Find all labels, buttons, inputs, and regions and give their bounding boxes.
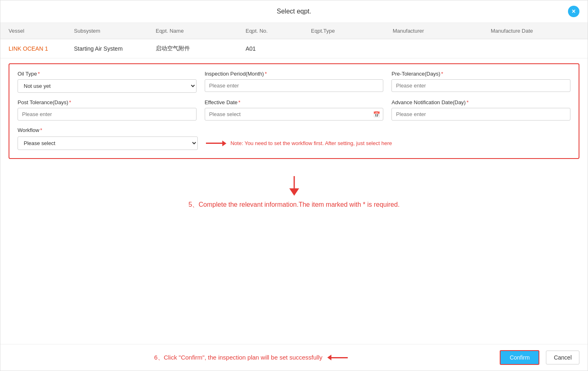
post-tolerance-input[interactable] bbox=[18, 108, 197, 121]
modal-title: Select eqpt. bbox=[277, 8, 311, 15]
oil-type-label: Oil Type* bbox=[18, 71, 197, 77]
pre-tolerance-label: Pre-Tolerance(Days)* bbox=[391, 71, 570, 77]
effective-date-label: Effective Date* bbox=[205, 99, 384, 105]
footer-arrow-left-icon bbox=[327, 355, 348, 360]
advance-notification-label: Advance Notification Date(Day)* bbox=[391, 99, 570, 105]
arrow-right-icon bbox=[206, 141, 226, 146]
col-eqpt-no: Eqpt. No. bbox=[246, 27, 311, 35]
cell-eqpt-name: 启动空气附件 bbox=[156, 45, 246, 52]
inspection-period-input[interactable] bbox=[205, 79, 384, 92]
workflow-select[interactable]: Please select bbox=[18, 136, 198, 150]
cell-vessel: LINK OCEAN 1 bbox=[9, 45, 74, 52]
confirm-button[interactable]: Confirm bbox=[500, 350, 539, 365]
down-arrow-icon bbox=[286, 176, 302, 197]
col-manufacture-date: Manufacture Date bbox=[491, 27, 579, 35]
workflow-select-wrap: Please select bbox=[18, 136, 198, 150]
effective-date-input[interactable] bbox=[205, 108, 384, 121]
post-tolerance-group: Post Tolerance(Days)* bbox=[18, 99, 197, 121]
col-eqpt-name: Eqpt. Name bbox=[156, 27, 246, 35]
workflow-label-group: Workflow* bbox=[18, 127, 570, 133]
footer: 6、Click "Confirm", the inspection plan w… bbox=[0, 344, 588, 371]
form-row-1: Oil Type* Not use yet Inspection Period(… bbox=[18, 71, 570, 93]
cancel-button[interactable]: Cancel bbox=[546, 351, 579, 364]
form-row-2: Post Tolerance(Days)* Effective Date* 📅 … bbox=[18, 99, 570, 121]
oil-type-select[interactable]: Not use yet bbox=[18, 79, 197, 93]
close-button[interactable]: × bbox=[568, 6, 579, 17]
workflow-row: Workflow* Please select Note: You need t… bbox=[18, 127, 570, 150]
workflow-input-row: Please select Note: You need to set the … bbox=[18, 136, 570, 150]
col-subsystem: Subsystem bbox=[74, 27, 156, 35]
workflow-note: Note: You need to set the workflow first… bbox=[206, 140, 392, 146]
workflow-label: Workflow* bbox=[18, 127, 570, 133]
inspection-period-group: Inspection Period(Month)* bbox=[205, 71, 384, 93]
post-tolerance-label: Post Tolerance(Days)* bbox=[18, 99, 197, 105]
cell-eqpt-no: A01 bbox=[246, 45, 311, 52]
pre-tolerance-input[interactable] bbox=[391, 79, 570, 92]
advance-notification-input[interactable] bbox=[391, 108, 570, 121]
instruction-section: 5、Complete the relevant information.The … bbox=[0, 164, 588, 217]
cell-subsystem: Starting Air System bbox=[74, 45, 156, 52]
footer-text: 6、Click "Confirm", the inspection plan w… bbox=[9, 354, 493, 362]
col-manufacturer: Manufacturer bbox=[393, 27, 491, 35]
modal-header: Select eqpt. × bbox=[0, 0, 588, 23]
table-header: Vessel Subsystem Eqpt. Name Eqpt. No. Eq… bbox=[0, 23, 588, 39]
svg-marker-1 bbox=[289, 188, 299, 196]
modal-container: Select eqpt. × Vessel Subsystem Eqpt. Na… bbox=[0, 0, 588, 371]
col-vessel: Vessel bbox=[9, 27, 74, 35]
vessel-link[interactable]: LINK OCEAN 1 bbox=[9, 45, 48, 52]
effective-date-wrap: 📅 bbox=[205, 108, 384, 121]
effective-date-group: Effective Date* 📅 bbox=[205, 99, 384, 121]
oil-type-group: Oil Type* Not use yet bbox=[18, 71, 197, 93]
inspection-period-label: Inspection Period(Month)* bbox=[205, 71, 384, 77]
step6-text: 6、Click "Confirm", the inspection plan w… bbox=[154, 354, 322, 362]
table-row: LINK OCEAN 1 Starting Air System 启动空气附件 … bbox=[0, 39, 588, 58]
advance-notification-group: Advance Notification Date(Day)* bbox=[391, 99, 570, 121]
step5-text: 5、Complete the relevant information.The … bbox=[188, 201, 400, 209]
workflow-note-text: Note: You need to set the workflow first… bbox=[230, 140, 392, 146]
col-eqpt-type: Eqpt.Type bbox=[311, 27, 393, 35]
form-section: Oil Type* Not use yet Inspection Period(… bbox=[9, 63, 579, 159]
pre-tolerance-group: Pre-Tolerance(Days)* bbox=[391, 71, 570, 93]
